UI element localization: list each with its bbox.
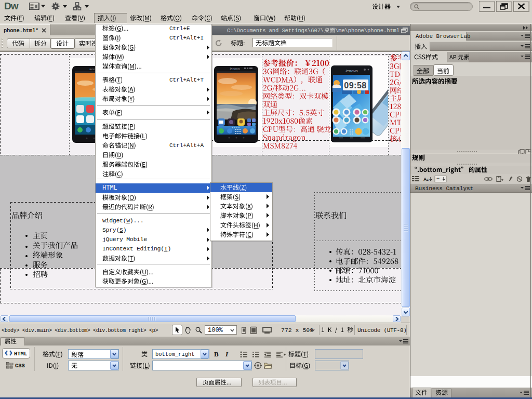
svg-text:lenovo: lenovo [345, 69, 358, 73]
svg-text:lenovo: lenovo [230, 67, 240, 71]
svg-text:**: ** [436, 177, 440, 181]
svg-text:09:58: 09:58 [344, 81, 366, 90]
svg-text:Az: Az [423, 177, 429, 182]
